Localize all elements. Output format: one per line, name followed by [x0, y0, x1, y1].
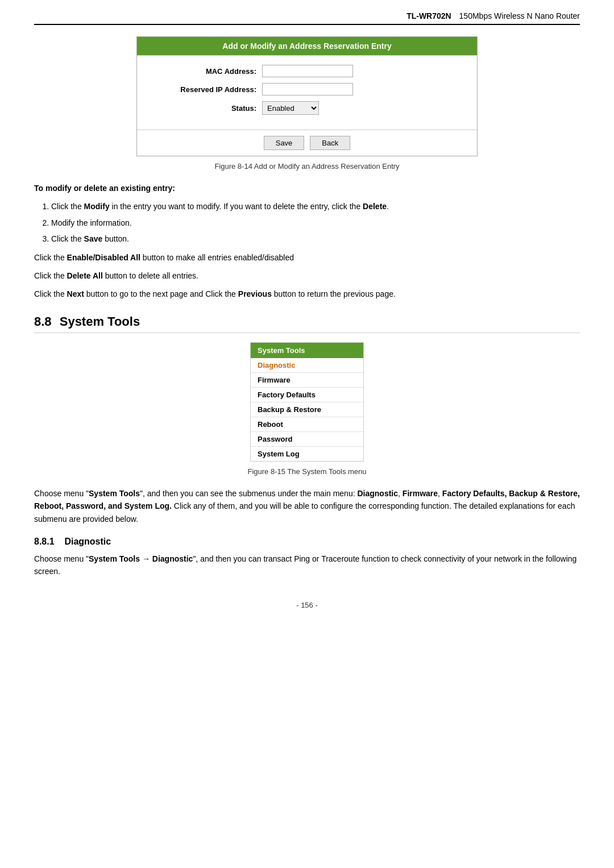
- enable-disabled-all-bold: Enable/Disabled All: [67, 253, 140, 262]
- mac-address-row: MAC Address:: [148, 65, 466, 77]
- step-1: Click the Modify in the entry you want t…: [51, 200, 580, 213]
- menu-item-firmware[interactable]: Firmware: [251, 373, 363, 388]
- diagnostic-bold: Diagnostic: [152, 554, 193, 563]
- page-number: - 156 -: [296, 601, 318, 609]
- next-previous-text: Click the Next button to go to the next …: [34, 288, 580, 300]
- modify-delete-heading: To modify or delete an existing entry:: [34, 182, 580, 194]
- menu-item-diagnostic[interactable]: Diagnostic: [251, 358, 363, 373]
- submenus-bold: Diagnostic: [357, 489, 398, 498]
- status-select[interactable]: Enabled Disabled: [262, 101, 319, 115]
- enable-disabled-all-text: Click the Enable/Disabled All button to …: [34, 251, 580, 264]
- section-88-heading: 8.8 System Tools: [34, 314, 580, 333]
- form-figure-caption: Figure 8-14 Add or Modify an Address Res…: [34, 162, 580, 171]
- firmware-bold: Firmware: [403, 489, 438, 498]
- step-3: Click the Save button.: [51, 232, 580, 245]
- menu-item-backup-restore[interactable]: Backup & Restore: [251, 402, 363, 417]
- back-button[interactable]: Back: [310, 136, 350, 150]
- subsection-title: Diagnostic: [64, 537, 111, 546]
- menu-figure-caption: Figure 8-15 The System Tools menu: [34, 467, 580, 476]
- mac-address-input[interactable]: [262, 65, 353, 77]
- mac-address-label: MAC Address:: [148, 67, 262, 76]
- reserved-ip-row: Reserved IP Address:: [148, 83, 466, 95]
- section-88-description: Choose menu "System Tools", and then you…: [34, 487, 580, 525]
- form-buttons: Save Back: [137, 130, 477, 156]
- menu-item-system-log[interactable]: System Log: [251, 447, 363, 461]
- step-2: Modify the information.: [51, 217, 580, 229]
- section-number: 8.8: [34, 314, 52, 329]
- page-header: TL-WR702N 150Mbps Wireless N Nano Router: [34, 11, 580, 25]
- section-881-heading: 8.8.1 Diagnostic: [34, 537, 580, 547]
- next-bold: Next: [67, 289, 84, 298]
- status-row: Status: Enabled Disabled: [148, 101, 466, 115]
- save-bold: Save: [84, 234, 103, 243]
- menu-title: System Tools: [251, 343, 363, 358]
- form-body: MAC Address: Reserved IP Address: Status…: [137, 55, 477, 130]
- delete-all-bold: Delete All: [67, 271, 103, 280]
- delete-bold: Delete: [363, 202, 387, 211]
- model-name: TL-WR702N: [406, 11, 451, 20]
- form-title: Add or Modify an Address Reservation Ent…: [137, 37, 477, 55]
- page-footer: - 156 -: [34, 601, 580, 609]
- section-title: System Tools: [60, 314, 140, 329]
- arrow-icon: →: [142, 554, 150, 563]
- system-tools-bold: System Tools: [89, 489, 140, 498]
- system-tools-bold-2: System Tools: [89, 554, 140, 563]
- instruction-heading: To modify or delete an existing entry:: [34, 184, 175, 193]
- menu-item-password[interactable]: Password: [251, 432, 363, 447]
- instruction-steps: Click the Modify in the entry you want t…: [51, 200, 580, 245]
- section-881-description: Choose menu "System Tools → Diagnostic",…: [34, 553, 580, 578]
- model-subtitle: 150Mbps Wireless N Nano Router: [459, 11, 580, 20]
- previous-bold: Previous: [238, 289, 272, 298]
- subsection-number: 8.8.1: [34, 537, 55, 546]
- system-tools-menu: System Tools Diagnostic Firmware Factory…: [250, 342, 364, 462]
- address-reservation-form: Add or Modify an Address Reservation Ent…: [136, 36, 478, 156]
- save-button[interactable]: Save: [264, 136, 305, 150]
- delete-all-text: Click the Delete All button to delete al…: [34, 269, 580, 282]
- menu-item-reboot[interactable]: Reboot: [251, 417, 363, 432]
- menu-item-factory-defaults[interactable]: Factory Defaults: [251, 388, 363, 402]
- reserved-ip-label: Reserved IP Address:: [148, 85, 262, 94]
- reserved-ip-input[interactable]: [262, 83, 353, 95]
- status-label: Status:: [148, 104, 262, 113]
- modify-bold: Modify: [84, 202, 110, 211]
